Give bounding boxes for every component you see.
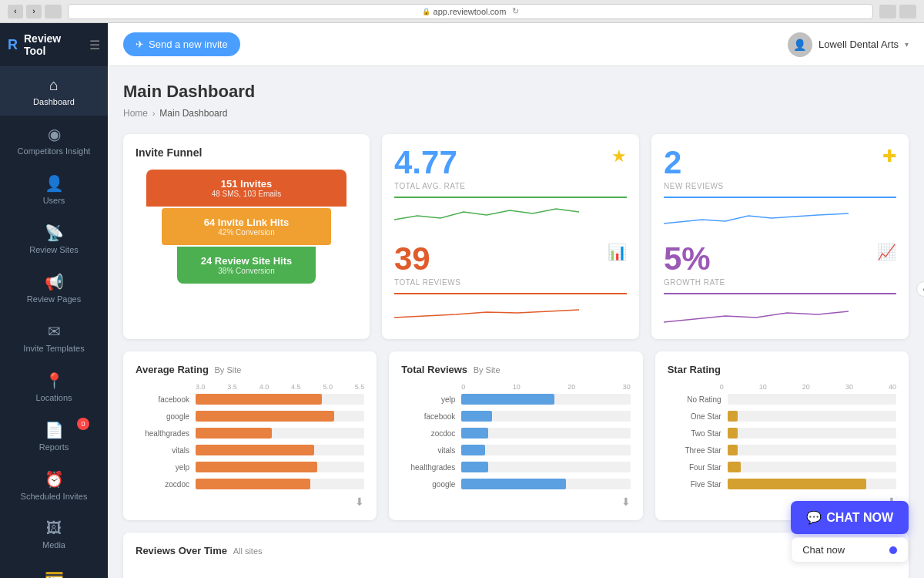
star-icon: ★ [611, 146, 627, 166]
chat-widget: 💬 CHAT NOW Chat now [791, 501, 909, 563]
growth-rate-sparkline [664, 301, 896, 324]
page-title: Main Dashboard [123, 82, 909, 102]
new-reviews-value: 2 [664, 146, 724, 179]
sidebar-logo-text: Review Tool [24, 32, 83, 57]
new-reviews-sparkline [664, 204, 896, 227]
back-btn[interactable]: ‹ [8, 5, 23, 18]
total-reviews-section: 39 TOTAL REVIEWS 📊 [394, 243, 627, 287]
url-text: app.reviewtool.com [434, 7, 507, 16]
funnel-level-2: 64 Invite Link Hits 42% Conversion [162, 208, 331, 245]
sidebar-label-locations: Locations [35, 393, 72, 402]
browser-nav: ‹ › [8, 5, 62, 18]
reload-icon[interactable]: ↻ [512, 6, 519, 16]
chat-icon: 💬 [806, 510, 822, 525]
funnel-l3-sub: 38% Conversion [218, 267, 274, 275]
breadcrumb-home[interactable]: Home [123, 108, 148, 119]
total-reviews-chart-card: Total Reviews By Site 0102030 yelp faceb… [389, 351, 642, 520]
chat-button-label: CHAT NOW [826, 511, 893, 525]
sidebar-label-reports: Reports [39, 442, 69, 452]
total-reviews-bars: yelp facebook zocdoc vitals healthgrades… [401, 394, 630, 489]
total-reviews-sparkline [394, 301, 627, 324]
sidebar-label-invite-templates: Invite Templates [23, 344, 84, 353]
sidebar-item-review-sites[interactable]: 📡 Review Sites [0, 214, 108, 264]
funnel-card-title: Invite Funnel [136, 146, 357, 159]
app-layout: R Review Tool ☰ ⌂ Dashboard ◉ Competitor… [0, 23, 924, 578]
avg-rate-value: 4.77 [394, 146, 466, 179]
forward-btn[interactable]: › [26, 5, 42, 18]
funnel-l1-main: 151 Invites [221, 178, 273, 190]
chat-tooltip: Chat now [791, 537, 909, 563]
media-icon: 🖼 [46, 519, 62, 537]
lock-icon: 🔒 [422, 8, 430, 15]
total-reviews-divider [394, 293, 627, 294]
locations-icon: 📍 [45, 371, 64, 390]
reviews-over-time-chart [136, 564, 896, 578]
reports-icon: 📄 [45, 421, 64, 439]
sidebar-item-users[interactable]: 👤 Users [0, 165, 108, 214]
avg-rate-card: 4.77 TOTAL AVG. RATE ★ [382, 134, 639, 339]
funnel-l3-main: 24 Review Site Hits [201, 255, 293, 267]
total-reviews-value: 39 [394, 243, 460, 275]
avg-rate-sparkline [394, 204, 627, 227]
invite-funnel-card: Invite Funnel 151 Invites 48 SMS, 103 Em… [123, 134, 370, 339]
funnel-l2-main: 64 Invite Link Hits [204, 217, 290, 228]
growth-rate-label: GROWTH RATE [664, 278, 725, 287]
user-info[interactable]: 👤 Lowell Dental Arts ▾ [788, 32, 909, 57]
sidebar-item-invite-templates[interactable]: ✉ Invite Templates [0, 313, 108, 362]
sidebar-item-billing[interactable]: 💳 Billing [0, 559, 108, 578]
avg-rating-download-icon[interactable]: ⬇ [355, 496, 364, 508]
chat-dot-icon [889, 546, 897, 554]
fullscreen-btn[interactable] [899, 5, 916, 18]
new-reviews-divider [664, 197, 896, 198]
sidebar-label-users: Users [43, 196, 65, 205]
sidebar-label-review-sites: Review Sites [29, 245, 79, 254]
send-invite-label: Send a new invite [149, 39, 228, 50]
sidebar-label-media: Media [42, 540, 65, 549]
funnel-container: 151 Invites 48 SMS, 103 Emails 64 Invite… [136, 170, 357, 284]
scheduled-icon: ⏰ [45, 470, 64, 489]
sidebar-item-locations[interactable]: 📍 Locations [0, 362, 108, 412]
chat-now-button[interactable]: 💬 CHAT NOW [791, 501, 909, 534]
reviews-over-time-title: Reviews Over Time All sites [136, 545, 896, 556]
total-reviews-download-icon[interactable]: ⬇ [621, 496, 631, 508]
review-sites-icon: 📡 [45, 223, 64, 242]
avg-rating-chart-title: Average Rating By Site [136, 364, 364, 375]
funnel-l1-sub: 48 SMS, 103 Emails [212, 190, 282, 198]
total-reviews-axis: 0102030 [401, 383, 630, 391]
sidebar-item-competitors[interactable]: ◉ Competitors Insight [0, 116, 108, 165]
download-btn[interactable] [879, 5, 896, 18]
chart-bar-icon: 📊 [608, 243, 627, 261]
sidebar-label-scheduled: Scheduled Invites [21, 492, 88, 501]
sidebar-item-dashboard[interactable]: ⌂ Dashboard [0, 67, 108, 116]
users-icon: 👤 [45, 174, 64, 193]
growth-rate-value: 5% [664, 243, 725, 275]
trend-icon: 📈 [877, 243, 896, 261]
browser-actions [879, 5, 916, 18]
sidebar-menu-btn[interactable]: ☰ [89, 38, 100, 52]
sidebar-label-competitors: Competitors Insight [18, 146, 91, 156]
sidebar-item-media[interactable]: 🖼 Media [0, 510, 108, 559]
charts-row: Average Rating By Site 3.03.54.04.55.05.… [123, 351, 909, 520]
competitors-icon: ◉ [48, 125, 61, 143]
new-reviews-card: 2 NEW REVIEWS ✚ 5% [651, 134, 909, 339]
breadcrumb-separator: › [152, 109, 155, 118]
plus-icon[interactable]: ✚ [882, 146, 896, 166]
sidebar-item-reports[interactable]: 📄 Reports 0 [0, 412, 108, 461]
star-rating-axis: 010203040 [668, 383, 896, 391]
sidebar-item-review-pages[interactable]: 📢 Review Pages [0, 264, 108, 313]
top-cards-row: Invite Funnel 151 Invites 48 SMS, 103 Em… [123, 134, 909, 339]
sidebar-item-scheduled[interactable]: ⏰ Scheduled Invites [0, 461, 108, 510]
breadcrumb: Home › Main Dashboard [123, 108, 909, 119]
browser-url-bar[interactable]: 🔒 app.reviewtool.com ↻ [68, 4, 873, 19]
star-rating-chart-title: Star Rating [668, 364, 896, 375]
user-avatar: 👤 [788, 32, 812, 57]
send-invite-button[interactable]: ✈ Send a new invite [123, 32, 240, 56]
total-reviews-label: TOTAL REVIEWS [394, 278, 460, 287]
main-content: ✈ Send a new invite 👤 Lowell Dental Arts… [108, 23, 924, 578]
sidebar-label-review-pages: Review Pages [27, 294, 81, 304]
window-btn[interactable] [45, 5, 62, 18]
invite-templates-icon: ✉ [48, 322, 61, 341]
user-name-label: Lowell Dental Arts [819, 39, 899, 50]
sidebar-header: R Review Tool ☰ [0, 23, 108, 67]
reports-badge: 0 [77, 418, 89, 430]
